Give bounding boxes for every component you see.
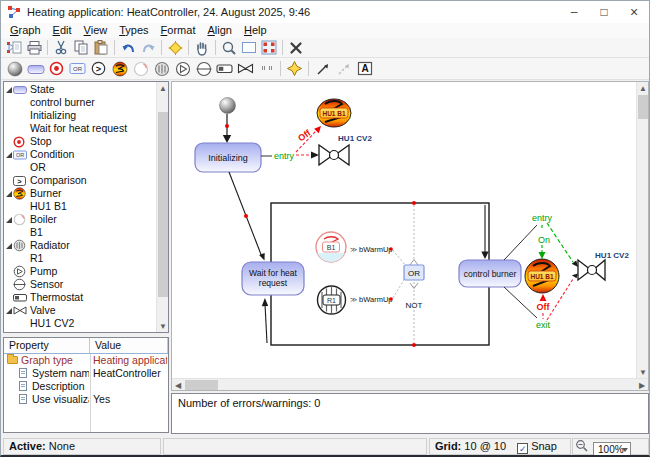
burner-tool[interactable] [109, 59, 130, 78]
initial-state-tool[interactable] [4, 59, 25, 78]
tree-item-stop[interactable]: Stop [4, 135, 156, 148]
pump-tool[interactable] [172, 59, 193, 78]
tree-item-condition[interactable]: OR Condition [4, 148, 156, 161]
menu-align[interactable]: Align [201, 23, 237, 38]
tree-item-boiler[interactable]: Boiler [4, 213, 156, 226]
condition-tool[interactable]: OR [67, 59, 88, 78]
pan-hand-button[interactable] [192, 39, 212, 57]
canvas-vertical-scrollbar[interactable]: ▲ ▼ [636, 82, 648, 378]
tree-item-state[interactable]: State [4, 83, 156, 96]
scrollbar-thumb[interactable] [638, 95, 648, 119]
add-node-button[interactable] [165, 39, 185, 57]
text-tool[interactable]: A [354, 59, 375, 78]
snap-checkbox[interactable]: ✓ [517, 443, 528, 454]
scrollbar-thumb[interactable] [158, 112, 168, 297]
tree-item-pump[interactable]: Pump [4, 265, 156, 278]
sensor-tool[interactable] [193, 59, 214, 78]
state-wait-for-heat-request[interactable]: Wait for heat request [242, 262, 304, 295]
property-row-graph-type[interactable]: Graph type Heating applicatio [4, 354, 168, 367]
scroll-down-button[interactable]: ▼ [157, 320, 169, 332]
minimize-button[interactable]: – [559, 1, 589, 22]
tree-item-thermostat[interactable]: Thermostat [4, 291, 156, 304]
zoom-level-select[interactable]: 100% [593, 442, 631, 457]
edge-tool[interactable] [312, 59, 333, 78]
menu-graph[interactable]: Graph [4, 23, 47, 38]
stop-tool[interactable] [46, 59, 67, 78]
print-button[interactable] [24, 39, 44, 57]
tree-item-or[interactable]: OR [4, 161, 156, 174]
tree-item-initializing[interactable]: Initializing [4, 109, 156, 122]
scroll-left-button[interactable]: ◀ [172, 379, 184, 391]
zoom-fit-button[interactable] [259, 39, 279, 57]
paste-button[interactable] [91, 39, 111, 57]
initial-state-node[interactable] [220, 98, 236, 114]
state-diagram[interactable]: Initializing entry Off HU1 B1 HU1 [172, 82, 636, 378]
copy-button[interactable] [71, 39, 91, 57]
zoom-rect-button[interactable] [239, 39, 259, 57]
valve-node-hu1-cv2-right[interactable] [578, 260, 605, 280]
diagram-canvas[interactable]: Initializing entry Off HU1 B1 HU1 [172, 82, 636, 378]
tree-item-sensor[interactable]: Sensor [4, 278, 156, 291]
signal-edge-r1-or[interactable] [393, 278, 405, 298]
expander-icon[interactable] [6, 152, 12, 158]
maximize-button[interactable]: □ [589, 1, 619, 22]
bwarmup-label-r1[interactable]: bWarmUp [359, 295, 392, 304]
value-column-header[interactable]: Value [90, 338, 168, 353]
thermostat-tool[interactable] [214, 59, 235, 78]
scroll-up-button[interactable]: ▲ [637, 82, 649, 94]
state-tool[interactable] [25, 59, 46, 78]
expander-icon[interactable] [6, 308, 12, 314]
delete-button[interactable] [286, 39, 306, 57]
off-label-right[interactable]: Off [537, 302, 551, 312]
state-initializing[interactable]: Initializing [195, 143, 261, 172]
tree-item-r1[interactable]: R1 [4, 252, 156, 265]
off-label[interactable]: Off [296, 127, 313, 143]
redo-button[interactable] [138, 39, 158, 57]
burner-node-hu1-b1-top[interactable]: HU1 B1 [317, 99, 351, 127]
or-gate-node[interactable]: OR [404, 265, 424, 280]
zoom-button[interactable] [219, 39, 239, 57]
menu-edit[interactable]: Edit [47, 23, 78, 38]
canvas-horizontal-scrollbar[interactable]: ◀ ▶ [172, 378, 648, 390]
tree-item-wait-for-heat-request[interactable]: Wait for heat request [4, 122, 156, 135]
tree-item-control-burner[interactable]: control burner [4, 96, 156, 109]
tree-scrollbar[interactable]: ▲ ▼ [156, 82, 168, 332]
close-button[interactable]: × [619, 1, 649, 22]
menu-help[interactable]: Help [238, 23, 273, 38]
signal-edge-b1-or[interactable] [393, 250, 405, 265]
transition-return-to-wait[interactable] [265, 304, 267, 343]
scroll-down-button[interactable]: ▼ [637, 366, 649, 378]
tree-item-comment[interactable]: Comment [4, 330, 156, 333]
entry-label[interactable]: entry [274, 151, 295, 161]
zoom-out-icon[interactable] [575, 439, 588, 452]
scroll-up-button[interactable]: ▲ [157, 82, 169, 94]
property-column-header[interactable]: Property [4, 338, 90, 353]
tree-item-hu1-cv2[interactable]: HU1 CV2 [4, 317, 156, 330]
tree-item-burner[interactable]: Burner [4, 187, 156, 200]
boiler-node-b1[interactable]: B1 [316, 232, 346, 262]
radiator-tool[interactable] [151, 59, 172, 78]
tree-item-valve[interactable]: Valve [4, 304, 156, 317]
action-edge-on-valve[interactable] [547, 223, 573, 262]
not-label[interactable]: NOT [406, 301, 423, 310]
expander-icon[interactable] [6, 243, 12, 249]
comment-tool[interactable] [256, 59, 277, 78]
property-row-description[interactable]: Description [4, 380, 168, 393]
expander-icon[interactable] [6, 217, 12, 223]
boiler-tool[interactable] [130, 59, 151, 78]
connector-star-tool[interactable] [284, 59, 305, 78]
tree-item-hu1-b1[interactable]: HU1 B1 [4, 200, 156, 213]
menu-view[interactable]: View [78, 23, 114, 38]
expander-icon[interactable] [6, 191, 12, 197]
export-image-button[interactable] [4, 39, 24, 57]
scrollbar-thumb[interactable] [185, 380, 218, 390]
expander-icon[interactable] [6, 87, 12, 93]
comparison-tool[interactable]: > [88, 59, 109, 78]
burner-node-hu1-b1-right[interactable]: HU1 B1 [525, 259, 559, 293]
property-row-system-name[interactable]: System name HeatController [4, 367, 168, 380]
on-label[interactable]: On [538, 235, 550, 245]
valve-node-hu1-cv2-top[interactable] [319, 145, 349, 165]
undo-button[interactable] [118, 39, 138, 57]
scroll-right-button[interactable]: ▶ [636, 379, 648, 391]
property-row-use-visualization[interactable]: Use visualizatio Yes [4, 393, 168, 406]
